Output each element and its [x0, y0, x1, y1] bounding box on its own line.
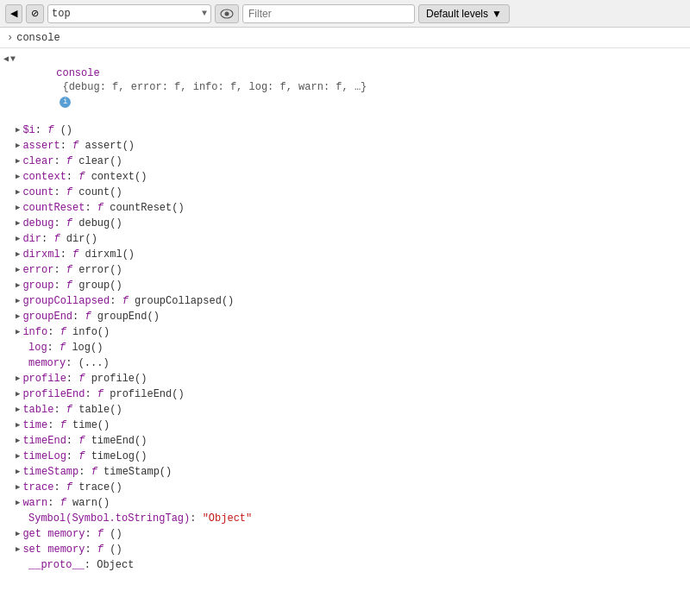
func-keyword: f [66, 404, 72, 416]
filter-input[interactable] [242, 4, 415, 23]
prop-content: groupEnd: f groupEnd() [22, 310, 683, 324]
prop-value: () [104, 528, 122, 540]
expand-arrow-icon: ▶ [16, 232, 20, 246]
prop-content: dir: f dir() [22, 232, 683, 246]
prop-key: clear [22, 155, 53, 167]
breadcrumb-path: console [16, 32, 60, 44]
list-item[interactable]: ▶countReset: f countReset() [0, 200, 690, 216]
func-keyword: f [97, 388, 104, 400]
prop-colon: : [53, 217, 66, 229]
func-keyword: f [91, 466, 97, 478]
prop-content: groupCollapsed: f groupCollapsed() [22, 294, 683, 308]
list-item[interactable]: ▶count: f count() [0, 185, 690, 200]
prop-value: timeLog() [85, 450, 147, 462]
expand-arrow-icon: ▼ [10, 53, 16, 66]
list-item[interactable]: memory: (...) [0, 355, 690, 371]
collapse-arrow-icon: ◀ [3, 53, 9, 66]
prop-colon: : [47, 419, 60, 431]
prop-colon: : [66, 435, 78, 447]
prop-value: debug() [72, 217, 122, 229]
prop-key: set memory [22, 544, 85, 556]
func-keyword: f [60, 326, 66, 338]
list-item[interactable]: ▶assert: f assert() [0, 138, 690, 154]
list-item[interactable]: ▶timeLog: f timeLog() [0, 449, 690, 464]
func-keyword: f [85, 311, 91, 323]
prop-colon: : [66, 171, 78, 183]
list-item[interactable]: ▶group: f group() [0, 278, 690, 293]
prop-colon: : [53, 186, 66, 198]
properties-list: ▶$i: f ()▶assert: f assert()▶clear: f cl… [0, 123, 690, 573]
expand-arrow-icon: ▶ [16, 310, 20, 324]
prop-key: dir [22, 233, 41, 245]
prop-content: countReset: f countReset() [22, 201, 683, 215]
list-item[interactable]: ▶clear: f clear() [0, 154, 690, 169]
expand-arrow-icon: ▶ [16, 527, 20, 541]
prop-content: trace: f trace() [22, 481, 683, 494]
prop-colon: : [66, 373, 78, 385]
prop-colon: : [85, 202, 97, 214]
func-keyword: f [53, 233, 60, 245]
list-item[interactable]: Symbol(Symbol.toStringTag): "Object" [0, 511, 690, 526]
expand-arrow-icon: ▶ [16, 201, 20, 215]
list-item[interactable]: ▶groupCollapsed: f groupCollapsed() [0, 293, 690, 309]
prop-value: trace() [72, 481, 122, 493]
expand-arrow-icon: ▶ [16, 543, 20, 556]
list-item[interactable]: ▶dirxml: f dirxml() [0, 247, 690, 262]
list-item[interactable]: ▶debug: f debug() [0, 216, 690, 231]
prop-key: table [22, 404, 53, 416]
list-item[interactable]: ▶$i: f () [0, 123, 690, 138]
prop-value: () [53, 124, 72, 136]
prop-key: profileEnd [22, 388, 85, 400]
eye-button[interactable] [215, 4, 239, 23]
eye-icon [220, 9, 234, 19]
prop-content: timeLog: f timeLog() [22, 449, 683, 463]
func-keyword: f [66, 186, 72, 198]
svg-point-1 [225, 11, 229, 16]
log-levels-button[interactable]: Default levels ▼ [418, 4, 510, 23]
expand-arrow-icon: ▶ [16, 185, 20, 199]
prop-colon: : [66, 357, 78, 369]
list-item[interactable]: ▶dir: f dir() [0, 231, 690, 247]
prop-key: Symbol(Symbol.toStringTag) [28, 512, 190, 525]
list-item[interactable]: ▶info: f info() [0, 324, 690, 340]
console-object-row[interactable]: ◀ ▼ console {debug: f, error: f, info: f… [0, 52, 690, 123]
prop-value: group() [72, 280, 122, 292]
list-item[interactable]: log: f log() [0, 340, 690, 355]
func-keyword: f [97, 202, 104, 214]
expand-arrow-icon: ▶ [16, 387, 20, 401]
prop-key: group [22, 280, 53, 292]
no-entry-button[interactable]: ⊘ [26, 4, 44, 23]
prop-value: timeStamp() [97, 466, 172, 478]
prop-colon: : [53, 264, 66, 276]
list-item[interactable]: ▶timeStamp: f timeStamp() [0, 464, 690, 480]
expand-arrow-icon: ▶ [16, 248, 20, 261]
console-summary: {debug: f, error: f, info: f, log: f, wa… [56, 81, 367, 93]
list-item[interactable]: ▶timeEnd: f timeEnd() [0, 433, 690, 449]
list-item[interactable]: ▶error: f error() [0, 262, 690, 278]
list-item[interactable]: ▶profile: f profile() [0, 371, 690, 387]
prop-value: () [104, 544, 122, 556]
expand-arrow-icon: ▶ [16, 481, 20, 494]
prop-value: assert() [78, 140, 135, 152]
list-item[interactable]: ▶profileEnd: f profileEnd() [0, 387, 690, 402]
log-levels-label: Default levels [426, 8, 488, 20]
prop-content: time: f time() [22, 418, 683, 432]
prop-value: Object [97, 559, 134, 571]
list-item[interactable]: ▶table: f table() [0, 402, 690, 418]
prop-key: __proto__ [28, 559, 85, 571]
prop-content: profile: f profile() [22, 372, 683, 386]
back-button[interactable]: ◀ [5, 4, 22, 23]
list-item[interactable]: ▶groupEnd: f groupEnd() [0, 309, 690, 324]
list-item[interactable]: ▶context: f context() [0, 169, 690, 185]
list-item[interactable]: ▶get memory: f () [0, 526, 690, 542]
list-item[interactable]: ▶set memory: f () [0, 542, 690, 557]
list-item[interactable]: ▶warn: f warn() [0, 495, 690, 511]
expand-arrow-icon: ▶ [16, 372, 20, 386]
list-item[interactable]: __proto__: Object [0, 557, 690, 573]
list-item[interactable]: ▶trace: f trace() [0, 480, 690, 495]
context-select[interactable]: top ▼ [47, 4, 211, 23]
list-item[interactable]: ▶time: f time() [0, 418, 690, 433]
expand-arrow-icon: ▶ [16, 418, 20, 432]
prop-key: $i [22, 124, 34, 136]
prop-colon: : [85, 388, 97, 400]
